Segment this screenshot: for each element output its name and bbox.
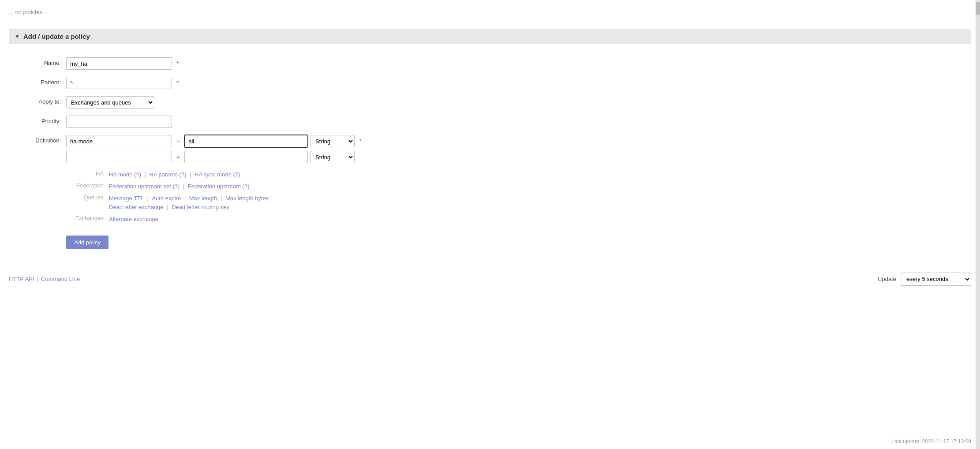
sep3: | bbox=[183, 183, 186, 190]
exchanges-links: Alternate exchange bbox=[109, 215, 158, 224]
name-control: * bbox=[66, 57, 179, 70]
dead-letter-exchange-link[interactable]: Dead letter exchange bbox=[109, 204, 164, 210]
pattern-label: Pattern: bbox=[18, 77, 66, 86]
def-key-1-input[interactable] bbox=[66, 135, 172, 147]
def-val-1-input[interactable] bbox=[184, 135, 308, 147]
def-val-2-input[interactable] bbox=[184, 151, 308, 163]
pattern-required: * bbox=[176, 79, 179, 86]
footer-links: HTTP API | Command Line bbox=[9, 276, 80, 282]
apply-to-row: Apply to: Exchanges and queues Exchanges… bbox=[18, 96, 962, 109]
name-row: Name: * bbox=[18, 57, 962, 70]
priority-control bbox=[66, 116, 172, 128]
apply-to-control: Exchanges and queues Exchanges Queues bbox=[66, 96, 154, 109]
pattern-control: * bbox=[66, 77, 179, 89]
add-policy-button[interactable]: Add policy bbox=[66, 236, 108, 249]
queues-category: Queues bbox=[66, 194, 104, 201]
chevron-icon: ▼ bbox=[15, 34, 20, 40]
footer-pipe: | bbox=[37, 276, 38, 282]
sep2: | bbox=[190, 171, 193, 178]
priority-row: Priority: bbox=[18, 116, 962, 128]
definition-row-2: = String Number Boolean List bbox=[66, 151, 362, 163]
ha-sync-link[interactable]: HA sync mode (?) bbox=[195, 171, 240, 178]
ha-mode-link[interactable]: HA mode (?) bbox=[109, 171, 141, 178]
ha-params-link[interactable]: HA params (?) bbox=[150, 171, 187, 178]
sep6: | bbox=[221, 195, 224, 202]
fed-upstream-link[interactable]: Federation upstream (?) bbox=[188, 183, 249, 190]
definition-row: Definition: = String Number Boolean List bbox=[18, 135, 962, 163]
last-update-text: Last update: 2022-11-17 17:13:09 bbox=[891, 438, 971, 445]
def-type-1-select[interactable]: String Number Boolean List bbox=[310, 135, 355, 147]
update-section: Update every 5 seconds every 10 seconds … bbox=[878, 273, 971, 286]
ha-hints-row: HA HA mode (?) | HA params (?) | HA sync… bbox=[66, 170, 962, 180]
ha-category: HA bbox=[66, 170, 104, 177]
pattern-input[interactable] bbox=[66, 77, 172, 89]
name-input[interactable] bbox=[66, 57, 172, 70]
apply-to-label: Apply to: bbox=[18, 96, 66, 105]
max-length-bytes-link[interactable]: Max length bytes bbox=[225, 195, 269, 202]
apply-to-select[interactable]: Exchanges and queues Exchanges Queues bbox=[66, 96, 154, 109]
sep7: | bbox=[167, 204, 170, 210]
federation-hints-row: Federation Federation upstream set (?) |… bbox=[66, 182, 962, 191]
add-update-policy-section[interactable]: ▼ Add / update a policy bbox=[9, 29, 971, 44]
eq-sign-2: = bbox=[175, 153, 182, 161]
sep5: | bbox=[184, 195, 187, 202]
http-api-link[interactable]: HTTP API bbox=[9, 276, 34, 282]
federation-links: Federation upstream set (?) | Federation… bbox=[109, 182, 249, 191]
def-key-2-input[interactable] bbox=[66, 151, 172, 163]
section-title: Add / update a policy bbox=[23, 33, 90, 40]
pattern-row: Pattern: * bbox=[18, 77, 962, 89]
ha-links: HA mode (?) | HA params (?) | HA sync mo… bbox=[109, 170, 240, 180]
priority-label: Priority: bbox=[18, 116, 66, 124]
definition-label: Definition: bbox=[18, 135, 66, 144]
no-policies-text: ... no policies ... bbox=[9, 4, 971, 20]
max-length-link[interactable]: Max length bbox=[189, 195, 217, 202]
command-line-link[interactable]: Command Line bbox=[41, 276, 80, 282]
definition-control: = String Number Boolean List * = bbox=[66, 135, 362, 163]
exchanges-hints-row: Exchanges Alternate exchange bbox=[66, 215, 962, 224]
federation-category: Federation bbox=[66, 182, 104, 189]
definition-rows: = String Number Boolean List * = bbox=[66, 135, 362, 163]
priority-input[interactable] bbox=[66, 116, 172, 128]
definition-row-1: = String Number Boolean List * bbox=[66, 135, 362, 147]
sep1: | bbox=[145, 171, 148, 178]
fed-upstream-set-link[interactable]: Federation upstream set (?) bbox=[109, 183, 180, 190]
footer-bar: HTTP API | Command Line Update every 5 s… bbox=[9, 267, 971, 286]
alternate-exchange-link[interactable]: Alternate exchange bbox=[109, 216, 158, 222]
name-required: * bbox=[176, 60, 179, 67]
update-interval-select[interactable]: every 5 seconds every 10 seconds every 3… bbox=[901, 273, 971, 286]
dead-letter-routing-link[interactable]: Dead letter routing key bbox=[172, 204, 229, 210]
def-required: * bbox=[359, 138, 361, 145]
auto-expire-link[interactable]: Auto expire bbox=[152, 195, 181, 202]
name-label: Name: bbox=[18, 57, 66, 66]
queues-links: Message TTL | Auto expire | Max length |… bbox=[109, 194, 269, 213]
queues-hints-row: Queues Message TTL | Auto expire | Max l… bbox=[66, 194, 962, 213]
eq-sign-1: = bbox=[175, 138, 182, 145]
def-type-2-select[interactable]: String Number Boolean List bbox=[310, 151, 355, 163]
hints-section: HA HA mode (?) | HA params (?) | HA sync… bbox=[66, 170, 962, 224]
sep4: | bbox=[147, 195, 150, 202]
exchanges-category: Exchanges bbox=[66, 215, 104, 221]
msg-ttl-link[interactable]: Message TTL bbox=[109, 195, 144, 202]
update-label: Update bbox=[878, 276, 896, 282]
